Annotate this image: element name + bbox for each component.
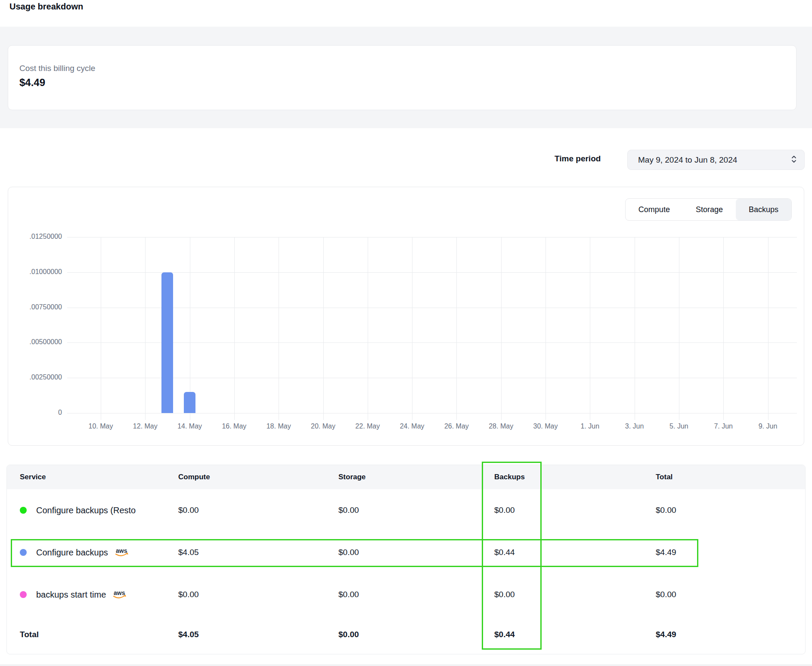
usage-chart-card: Compute Storage Backups .01250000.010000…	[8, 187, 804, 446]
table-row: Configure backups aws $4.05 $0.00 $0.44 …	[7, 531, 805, 574]
service-cell: Configure backups (Resto	[20, 506, 178, 515]
time-period-label: Time period	[555, 154, 601, 163]
x-axis-tick-label: 9. Jun	[744, 422, 792, 430]
x-axis-tick-label: 1. Jun	[566, 422, 614, 430]
header-service: Service	[20, 473, 178, 481]
gridline-horizontal	[67, 413, 797, 413]
gridline-vertical	[679, 237, 679, 420]
compute-value: $0.00	[178, 506, 338, 515]
gridline-vertical	[501, 237, 502, 420]
aws-logo-icon: aws	[112, 590, 127, 601]
svg-text:aws: aws	[116, 548, 127, 554]
cost-card-label: Cost this billing cycle	[19, 64, 785, 73]
x-axis-tick-label: 26. May	[433, 422, 480, 430]
storage-value: $0.00	[338, 548, 494, 557]
svg-text:aws: aws	[114, 590, 125, 596]
x-axis-tick-label: 22. May	[344, 422, 391, 430]
table-header-row: Service Compute Storage Backups Total	[7, 465, 805, 489]
chart-bar[interactable]	[161, 272, 173, 413]
backups-value: $0.00	[494, 506, 656, 515]
total-compute-value: $4.05	[178, 630, 338, 639]
gridline-vertical	[101, 237, 101, 420]
gridline-horizontal	[67, 272, 797, 273]
total-value: $0.00	[656, 506, 805, 515]
gridline-vertical	[234, 237, 235, 420]
table-row: backups start time aws $0.00 $0.00 $0.00…	[7, 574, 805, 616]
total-value: $4.49	[656, 548, 805, 557]
chart-metric-tabs: Compute Storage Backups	[625, 198, 792, 221]
header-total: Total	[656, 473, 805, 481]
y-axis-tick-label: .01000000	[12, 268, 62, 276]
gridline-vertical	[412, 237, 412, 420]
backups-value: $0.44	[494, 548, 656, 557]
gridline-vertical	[635, 237, 635, 420]
y-axis-tick-label: .00500000	[12, 338, 62, 346]
time-period-select[interactable]: May 9, 2024 to Jun 8, 2024	[627, 150, 805, 170]
tab-backups[interactable]: Backups	[736, 199, 791, 220]
x-axis-tick-label: 7. Jun	[700, 422, 747, 430]
tab-compute[interactable]: Compute	[626, 199, 683, 220]
series-dot-blue	[20, 549, 27, 556]
storage-value: $0.00	[338, 506, 494, 515]
x-axis-tick-label: 24. May	[388, 422, 436, 430]
y-axis-tick-label: 0	[12, 409, 62, 416]
total-storage-value: $0.00	[338, 630, 494, 639]
updown-chevron-icon	[790, 154, 797, 166]
total-total-value: $4.49	[656, 630, 805, 639]
x-axis-tick-label: 3. Jun	[611, 422, 658, 430]
storage-value: $0.00	[338, 590, 494, 599]
x-axis-tick-label: 18. May	[255, 422, 302, 430]
series-dot-green	[20, 507, 27, 514]
backups-value: $0.00	[494, 590, 656, 599]
total-backups-value: $0.44	[494, 630, 656, 639]
gridline-vertical	[456, 237, 457, 420]
gridline-vertical	[723, 237, 724, 420]
gridline-horizontal	[67, 342, 797, 343]
gridline-vertical	[323, 237, 324, 420]
gridline-horizontal	[67, 308, 797, 308]
x-axis-tick-label: 30. May	[522, 422, 569, 430]
compute-value: $0.00	[178, 590, 338, 599]
service-name: backups start time	[36, 590, 106, 600]
gridline-vertical	[279, 237, 279, 420]
x-axis-tick-label: 28. May	[477, 422, 525, 430]
cost-card: Cost this billing cycle $4.49	[8, 45, 797, 110]
table-row: Configure backups (Resto $0.00 $0.00 $0.…	[7, 489, 805, 531]
y-axis-tick-label: .00750000	[12, 303, 62, 311]
x-axis-tick-label: 12. May	[121, 422, 169, 430]
x-axis-tick-label: 5. Jun	[655, 422, 703, 430]
x-axis-tick-label: 16. May	[211, 422, 258, 430]
y-axis-tick-label: .00250000	[12, 373, 62, 381]
cost-card-value: $4.49	[19, 77, 785, 89]
total-value: $0.00	[656, 590, 805, 599]
header-compute: Compute	[178, 473, 338, 481]
header-backups: Backups	[494, 473, 656, 481]
table-total-row: Total $4.05 $0.00 $0.44 $4.49	[7, 616, 805, 653]
aws-logo-icon: aws	[114, 548, 130, 559]
service-name: Configure backups	[36, 548, 108, 558]
service-cell: backups start time aws	[20, 589, 178, 601]
gridline-vertical	[768, 237, 769, 420]
gridline-vertical	[145, 237, 146, 420]
billing-summary-band: Cost this billing cycle $4.49	[0, 27, 812, 128]
gridline-horizontal	[67, 378, 797, 378]
series-dot-pink	[20, 591, 27, 598]
gridline-vertical	[368, 237, 368, 420]
page-title: Usage breakdown	[9, 2, 83, 12]
total-row-label: Total	[20, 630, 178, 639]
service-name: Configure backups (Resto	[36, 506, 136, 515]
gridline-vertical	[590, 237, 590, 420]
gridline-horizontal	[67, 237, 797, 237]
y-axis-tick-label: .01250000	[12, 233, 62, 240]
tab-storage[interactable]: Storage	[683, 199, 736, 220]
compute-value: $4.05	[178, 548, 338, 557]
chart-bar[interactable]	[184, 392, 195, 413]
header-storage: Storage	[338, 473, 494, 481]
x-axis-tick-label: 14. May	[166, 422, 214, 430]
service-cell: Configure backups aws	[20, 546, 178, 559]
chart-plot: .01250000.01000000.00750000.00500000.002…	[67, 237, 797, 413]
x-axis-tick-label: 20. May	[300, 422, 347, 430]
bottom-divider	[0, 664, 812, 666]
time-period-value: May 9, 2024 to Jun 8, 2024	[638, 155, 790, 165]
usage-breakdown-table: Service Compute Storage Backups Total Co…	[6, 465, 806, 654]
